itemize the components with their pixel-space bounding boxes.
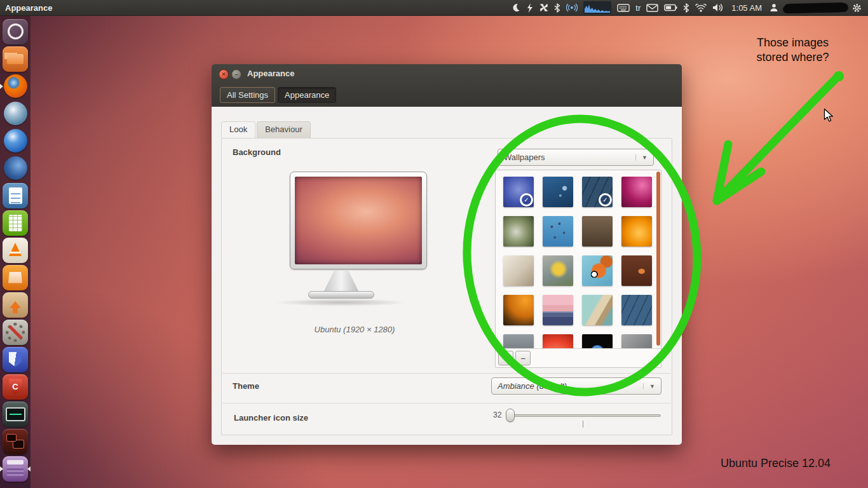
- launcher-item-vlc[interactable]: [0, 236, 31, 264]
- slider-tick-mark: [583, 421, 583, 428]
- shield-icon: [3, 347, 28, 372]
- volume-icon[interactable]: [712, 2, 724, 13]
- wallpaper-thumb-brown-leaf[interactable]: [621, 255, 652, 286]
- wallpaper-thumb-white-flowers[interactable]: [503, 216, 534, 247]
- wifi-icon[interactable]: [695, 2, 707, 13]
- launcher-item-dash-home[interactable]: [0, 18, 31, 45]
- wallpaper-thumb-sepia-wing[interactable]: [503, 255, 534, 286]
- wallpaper-thumb-orange-weave[interactable]: [503, 295, 534, 325]
- user-icon[interactable]: [770, 2, 778, 13]
- annotation-question: Those images stored where?: [724, 36, 861, 65]
- launcher-item-thunderbird[interactable]: [0, 154, 31, 182]
- wallpaper-thumb-blue-slate[interactable]: [621, 295, 652, 325]
- wallpaper-source-dropdown[interactable]: Wallpapers ▼: [498, 149, 654, 166]
- running-indicator-arrow: [0, 466, 3, 471]
- launcher-item-libreoffice-calc[interactable]: [0, 209, 31, 236]
- launcher-item-chromium[interactable]: [0, 100, 31, 127]
- comodo-icon: [3, 374, 28, 400]
- close-button[interactable]: ✕: [219, 69, 229, 79]
- network-history-icon[interactable]: [583, 1, 611, 14]
- launcher-item-files[interactable]: [0, 45, 31, 72]
- look-panel: Background Ubuntu (1920 × 1280) Wallpape…: [221, 138, 672, 435]
- background-heading: Background: [233, 147, 281, 157]
- breadcrumb-appearance[interactable]: Appearance: [278, 87, 336, 103]
- launcher-icon-size-label: Launcher icon size: [234, 413, 308, 423]
- vlc-icon: [3, 238, 28, 263]
- launcher-item-update-manager[interactable]: [0, 291, 31, 318]
- keyboard-layout-label[interactable]: tr: [635, 2, 641, 13]
- wallpaper-source-value: Wallpapers: [504, 152, 545, 162]
- chevron-down-icon: ▼: [643, 383, 655, 390]
- pinwheel-icon[interactable]: [539, 2, 548, 13]
- wallpaper-thumb-blue-bubbles[interactable]: [543, 177, 573, 207]
- monitor-shadow: [275, 299, 408, 306]
- launcher-item-antivirus-shield[interactable]: [0, 346, 31, 373]
- wallpaper-thumb-brown-floor[interactable]: [582, 216, 613, 247]
- wallpaper-grid: ✓✓: [496, 170, 661, 349]
- chevron-down-icon: ▼: [635, 154, 648, 161]
- icon-size-slider-handle[interactable]: [506, 409, 515, 422]
- hotspot-icon[interactable]: [566, 2, 578, 13]
- wallpaper-thumb-red-blur[interactable]: [543, 334, 573, 349]
- unity-launcher: [0, 16, 31, 488]
- wallpaper-thumb-gray-blur[interactable]: [503, 334, 534, 349]
- top-panel: Appearance tr 1:05 AM: [0, 0, 868, 16]
- wallpaper-thumb-earth[interactable]: [582, 334, 613, 349]
- sysmon-icon: [3, 402, 28, 427]
- window-header: ✕ – Appearance All Settings Appearance: [212, 64, 682, 107]
- bluetooth-icon[interactable]: [683, 2, 689, 13]
- theme-dropdown[interactable]: Ambiance (default) ▼: [491, 377, 661, 395]
- wallpaper-thumb-blue-glow[interactable]: ✓: [503, 177, 534, 207]
- moon-icon[interactable]: [512, 2, 520, 13]
- wallpaper-thumb-magenta-petals[interactable]: [621, 177, 652, 207]
- launcher-item-system-settings[interactable]: [0, 318, 31, 346]
- selected-check-badge: ✓: [520, 193, 533, 207]
- mail-icon[interactable]: [646, 2, 658, 13]
- launcher-item-software-center[interactable]: [0, 264, 31, 291]
- launcher-item-system-monitor[interactable]: [0, 400, 31, 428]
- battery-icon[interactable]: [664, 2, 677, 13]
- panel-app-title: Appearance: [0, 3, 52, 13]
- remove-wallpaper-button[interactable]: −: [515, 351, 531, 365]
- annotation-question-line2: stored where?: [724, 50, 861, 65]
- background-preview-screen: [295, 177, 422, 264]
- user-name-redacted[interactable]: [784, 3, 846, 13]
- window-title: Appearance: [247, 69, 294, 78]
- icon-size-slider-track[interactable]: [506, 414, 661, 417]
- wallpaper-thumb-orange-flower[interactable]: [621, 216, 652, 247]
- minimize-button[interactable]: –: [231, 69, 241, 79]
- keyboard-icon[interactable]: [617, 2, 630, 13]
- session-gear-icon[interactable]: [852, 2, 862, 13]
- wallpaper-thumb-sky-petals[interactable]: [543, 216, 573, 247]
- launcher-item-firefox[interactable]: [0, 72, 31, 100]
- add-wallpaper-button[interactable]: +: [498, 351, 513, 365]
- launcher-item-terminal[interactable]: [0, 428, 31, 455]
- wallpaper-thumb-rope[interactable]: [582, 295, 613, 325]
- icon-size-value: 32: [493, 410, 501, 419]
- launcher-item-libreoffice-writer[interactable]: [0, 182, 31, 209]
- breadcrumb-all-settings[interactable]: All Settings: [220, 87, 275, 103]
- launcher-item-comodo[interactable]: [0, 373, 31, 400]
- separator: [222, 403, 671, 403]
- settings-icon: [3, 320, 28, 345]
- wallpaper-thumb-yellow-flower[interactable]: [543, 255, 573, 286]
- running-indicator-arrow: [0, 84, 3, 89]
- launcher-item-google-earth[interactable]: [0, 127, 31, 154]
- bluetooth-icon[interactable]: [554, 2, 560, 13]
- tab-behaviour[interactable]: Behaviour: [257, 121, 311, 138]
- tab-look[interactable]: Look: [221, 121, 255, 138]
- wallpaper-thumb-sunset-city[interactable]: [543, 295, 573, 325]
- calc-icon: [3, 210, 28, 236]
- software-icon: [3, 265, 28, 290]
- wallpaper-thumb-gray-metal[interactable]: [621, 334, 652, 349]
- version-caption: Ubuntu Precise 12.04: [721, 457, 831, 470]
- power-icon[interactable]: [526, 2, 534, 13]
- clock[interactable]: 1:05 AM: [729, 2, 764, 13]
- wallpaper-thumb-fish-mural[interactable]: [582, 255, 613, 286]
- grid-scrollbar[interactable]: [656, 172, 660, 346]
- launcher-item-appearance-settings[interactable]: [0, 455, 31, 482]
- monitor-base: [308, 291, 374, 299]
- writer-icon: [3, 183, 28, 208]
- files-icon: [3, 46, 28, 72]
- wallpaper-thumb-blue-tiles[interactable]: ✓: [582, 177, 613, 207]
